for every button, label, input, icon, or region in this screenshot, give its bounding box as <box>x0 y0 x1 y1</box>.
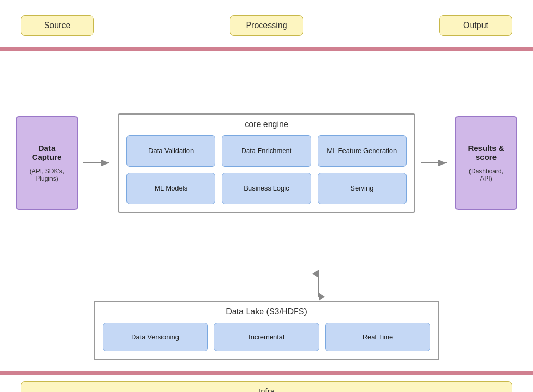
engine-cell-ml-feature-generation: ML Feature Generation <box>318 135 407 167</box>
core-engine-wrapper: core engine Data Validation Data Enrichm… <box>118 113 415 213</box>
core-engine-label: core engine <box>126 120 407 129</box>
arrow-right-2 <box>420 155 451 171</box>
infra-label-row: Infra <box>0 375 533 392</box>
lake-cell-data-versioning: Data Versioning <box>103 323 208 351</box>
lake-cell-real-time: Real Time <box>325 323 430 351</box>
main-area: Data Capture (API, SDK's, Plugins) core … <box>0 51 533 270</box>
processing-label: Processing <box>230 15 303 36</box>
engine-cell-data-validation: Data Validation <box>126 135 215 167</box>
data-lake-area: Data Lake (S3/HDFS) Data Versioning Incr… <box>0 301 533 371</box>
engine-cell-business-logic: Business Logic <box>222 173 311 204</box>
results-subtitle: (Dashboard, API) <box>464 168 509 182</box>
lake-grid: Data Versioning Incremental Real Time <box>103 323 430 351</box>
infra-box: Infra <box>21 381 512 392</box>
output-label: Output <box>439 15 512 36</box>
data-capture-subtitle: (API, SDK's, Plugins) <box>24 168 69 182</box>
lake-cell-incremental: Incremental <box>214 323 319 351</box>
vertical-double-arrow <box>311 270 326 301</box>
engine-grid: Data Validation Data Enrichment ML Featu… <box>126 135 407 204</box>
data-capture-title: Data Capture <box>24 144 69 161</box>
data-lake-box: Data Lake (S3/HDFS) Data Versioning Incr… <box>94 301 439 360</box>
engine-cell-serving: Serving <box>318 173 407 204</box>
engine-cell-ml-models: ML Models <box>126 173 215 204</box>
top-divider <box>0 47 533 51</box>
bottom-divider <box>0 371 533 375</box>
diagram-wrapper: Source Processing Output Data Capture (A… <box>0 0 533 392</box>
arrow-right-1 <box>82 155 113 171</box>
data-capture-box: Data Capture (API, SDK's, Plugins) <box>16 116 78 210</box>
top-labels-row: Source Processing Output <box>0 0 533 47</box>
engine-cell-data-enrichment: Data Enrichment <box>222 135 311 167</box>
source-label: Source <box>21 15 94 36</box>
vertical-arrow-area <box>0 270 533 301</box>
results-title: Results & score <box>464 144 509 161</box>
core-engine-box: core engine Data Validation Data Enrichm… <box>118 113 415 213</box>
results-box: Results & score (Dashboard, API) <box>455 116 517 210</box>
data-lake-label: Data Lake (S3/HDFS) <box>103 307 430 317</box>
